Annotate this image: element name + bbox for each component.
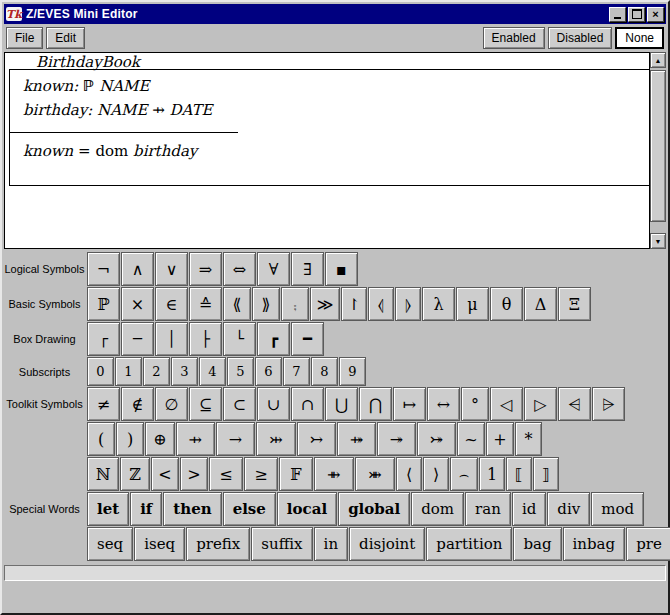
- palette-button-partial-injection[interactable]: ⤔: [256, 422, 296, 456]
- file-menu-button[interactable]: File: [6, 27, 43, 49]
- palette-button-domain-restriction[interactable]: ◁: [490, 387, 523, 421]
- palette-button-left-double-angle-bracket[interactable]: ⟪: [223, 287, 251, 321]
- palette-button-subscript-9[interactable]: 9: [339, 357, 366, 386]
- palette-button-not[interactable]: ¬: [87, 252, 120, 286]
- palette-button-box-horizontal-line[interactable]: ─: [121, 322, 154, 356]
- palette-button-subscript-5[interactable]: 5: [227, 357, 254, 386]
- maximize-button[interactable]: [628, 7, 645, 22]
- palette-button-word-prefix[interactable]: prefix: [186, 527, 250, 561]
- palette-button-subset-or-equal[interactable]: ⊆: [189, 387, 222, 421]
- palette-button-box-vertical-line[interactable]: │: [155, 322, 188, 356]
- palette-button-subscript-1[interactable]: 1: [115, 357, 142, 386]
- palette-button-right-double-square-bracket[interactable]: ⟧: [533, 457, 559, 491]
- palette-button-greater-than[interactable]: >: [180, 457, 208, 491]
- palette-button-lambda[interactable]: λ: [422, 287, 455, 321]
- palette-button-generalized-intersection[interactable]: ⋂: [359, 387, 392, 421]
- palette-button-relation[interactable]: ↔: [427, 387, 460, 421]
- scrollbar-thumb[interactable]: [650, 70, 666, 222]
- palette-button-power-set[interactable]: ℙ: [87, 287, 120, 321]
- palette-button-finite-partial-function[interactable]: ⇻: [314, 457, 354, 491]
- palette-button-total-injection[interactable]: ↣: [297, 422, 336, 456]
- palette-button-subscript-6[interactable]: 6: [255, 357, 282, 386]
- palette-button-word-partition[interactable]: partition: [426, 527, 512, 561]
- palette-button-concatenation[interactable]: ⌢: [450, 457, 478, 491]
- palette-button-empty-set[interactable]: ∅: [155, 387, 188, 421]
- palette-button-not-equal[interactable]: ≠: [87, 387, 120, 421]
- palette-button-relational-inverse[interactable]: ~: [457, 422, 485, 456]
- palette-button-implies[interactable]: ⇒: [189, 252, 222, 286]
- palette-button-theta[interactable]: θ: [490, 287, 523, 321]
- palette-button-total-surjection[interactable]: ↠: [377, 422, 416, 456]
- editor-canvas[interactable]: BirthdayBook known: ℙ NAME birthday: NAM…: [4, 52, 650, 249]
- palette-button-right-binding-bracket[interactable]: ⦊: [395, 287, 421, 321]
- palette-button-subscript-8[interactable]: 8: [311, 357, 338, 386]
- palette-button-word-id[interactable]: id: [512, 492, 546, 526]
- palette-button-generalized-union[interactable]: ⋃: [325, 387, 358, 421]
- palette-button-mu[interactable]: μ: [456, 287, 489, 321]
- scrollbar-track[interactable]: [650, 68, 666, 233]
- palette-button-proper-subset[interactable]: ⊂: [223, 387, 256, 421]
- palette-button-word-then[interactable]: then: [163, 492, 221, 526]
- palette-button-exists[interactable]: ∃: [291, 252, 324, 286]
- palette-button-intersection[interactable]: ∩: [291, 387, 324, 421]
- palette-button-maplet[interactable]: ↦: [393, 387, 426, 421]
- palette-button-total-function[interactable]: →: [216, 422, 255, 456]
- palette-button-word-inbag[interactable]: inbag: [563, 527, 626, 561]
- palette-button-word-dom[interactable]: dom: [411, 492, 464, 526]
- palette-button-subscript-one-marker[interactable]: 1: [479, 457, 505, 491]
- palette-button-range-restriction[interactable]: ▷: [524, 387, 557, 421]
- palette-button-right-sequence-bracket[interactable]: ⟩: [423, 457, 449, 491]
- palette-button-schema-definition[interactable]: ≙: [189, 287, 222, 321]
- palette-button-union[interactable]: ∪: [257, 387, 290, 421]
- palette-button-partial-function[interactable]: ⇸: [176, 422, 215, 456]
- palette-button-membership[interactable]: ∈: [155, 287, 188, 321]
- palette-button-word-iseq[interactable]: iseq: [134, 527, 185, 561]
- palette-button-bijection[interactable]: ⤖: [417, 422, 456, 456]
- palette-button-subscript-0[interactable]: 0: [87, 357, 114, 386]
- palette-button-less-or-equal[interactable]: ≤: [209, 457, 243, 491]
- palette-button-finite-sets[interactable]: 𝔽: [279, 457, 313, 491]
- palette-button-finite-partial-injection[interactable]: ⤕: [355, 457, 395, 491]
- palette-button-word-if[interactable]: if: [130, 492, 162, 526]
- palette-button-right-double-angle-bracket[interactable]: ⟫: [252, 287, 280, 321]
- palette-button-less-than[interactable]: <: [151, 457, 179, 491]
- scroll-up-button[interactable]: ▲: [650, 52, 666, 68]
- palette-button-function-composition[interactable]: °: [461, 387, 489, 421]
- palette-button-domain-subtraction[interactable]: ⩤: [558, 387, 591, 421]
- palette-button-schema-projection[interactable]: ↾: [341, 287, 367, 321]
- palette-button-box-top-left-corner[interactable]: ┌: [87, 322, 120, 356]
- palette-button-word-local[interactable]: local: [277, 492, 337, 526]
- palette-button-word-ran[interactable]: ran: [465, 492, 511, 526]
- palette-button-and[interactable]: ∧: [121, 252, 154, 286]
- palette-button-delta[interactable]: Δ: [524, 287, 557, 321]
- palette-button-box-divider-tee[interactable]: ├: [189, 322, 222, 356]
- palette-button-xi[interactable]: Ξ: [558, 287, 591, 321]
- palette-button-reflexive-transitive-closure[interactable]: *: [515, 422, 542, 456]
- palette-button-box-bold-horizontal-line[interactable]: ━: [291, 322, 324, 356]
- palette-button-integers[interactable]: ℤ: [120, 457, 150, 491]
- palette-button-subscript-4[interactable]: 4: [199, 357, 226, 386]
- palette-button-box-bottom-left-corner[interactable]: └: [223, 322, 256, 356]
- palette-button-transitive-closure[interactable]: +: [486, 422, 514, 456]
- palette-button-word-in[interactable]: in: [314, 527, 348, 561]
- titlebar[interactable]: Tk Z/EVES Mini Editor ×: [4, 4, 666, 24]
- palette-button-equivalence[interactable]: ⇔: [223, 252, 256, 286]
- palette-button-left-binding-bracket[interactable]: ⦉: [368, 287, 394, 321]
- palette-button-natural-numbers[interactable]: ℕ: [87, 457, 119, 491]
- palette-button-left-sequence-bracket[interactable]: ⟨: [396, 457, 422, 491]
- palette-button-word-div[interactable]: div: [547, 492, 590, 526]
- palette-button-subscript-7[interactable]: 7: [283, 357, 310, 386]
- palette-button-partial-surjection[interactable]: ⤀: [337, 422, 376, 456]
- close-button[interactable]: ×: [647, 7, 664, 22]
- palette-button-word-disjoint[interactable]: disjoint: [349, 527, 425, 561]
- palette-button-or[interactable]: ∨: [155, 252, 188, 286]
- palette-button-not-member[interactable]: ∉: [121, 387, 154, 421]
- palette-button-greater-or-equal[interactable]: ≥: [244, 457, 278, 491]
- palette-button-range-subtraction[interactable]: ⩥: [592, 387, 625, 421]
- palette-button-word-mod[interactable]: mod: [591, 492, 644, 526]
- palette-button-word-seq[interactable]: seq: [87, 527, 133, 561]
- palette-button-word-suffix[interactable]: suffix: [251, 527, 312, 561]
- palette-button-left-parenthesis[interactable]: (: [87, 422, 115, 456]
- palette-button-left-double-square-bracket[interactable]: ⟦: [506, 457, 532, 491]
- palette-button-word-let[interactable]: let: [87, 492, 129, 526]
